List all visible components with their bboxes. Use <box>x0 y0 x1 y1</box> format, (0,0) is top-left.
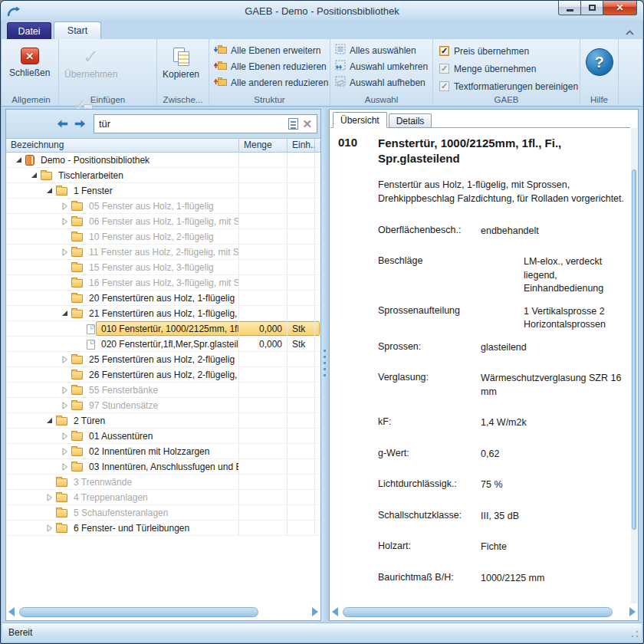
tree-item[interactable]: 05 Fenster aus Holz, 1-flügelig <box>6 199 320 214</box>
expander-icon[interactable] <box>29 172 39 179</box>
tree-item-einheit-cell <box>287 505 314 520</box>
expander-icon[interactable] <box>60 248 70 256</box>
textformatierungen-checkbox-row[interactable]: ✓ Textformatierungen bereinigen <box>433 77 580 95</box>
scroll-left-icon[interactable] <box>8 607 15 616</box>
tree-item[interactable]: 10 Fenster aus Holz, 2-flügelig <box>6 229 320 245</box>
alle-ebenen-reduzieren-button[interactable]: Alle Ebenen reduzieren <box>209 58 330 74</box>
preis-uebernehmen-checkbox-row[interactable]: ✓ Preis übernehmen <box>433 42 580 60</box>
clear-search-icon[interactable]: ✕ <box>302 118 312 130</box>
tree-item[interactable]: 2 Türen <box>6 413 320 429</box>
tree-item-einheit-cell <box>287 275 314 290</box>
tree-item[interactable]: 6 Fenster- und Türleibungen <box>6 521 320 536</box>
tree-item[interactable]: 1 Fenster <box>6 183 320 199</box>
property-row: Lichtdurchlässigk.:75 % <box>378 478 630 492</box>
expander-icon[interactable] <box>60 356 70 363</box>
tree-item[interactable]: 16 Fenster aus Holz, 3-flügelig, mit Spr… <box>6 275 320 291</box>
schliessen-button[interactable]: ✕ Schließen <box>4 42 55 91</box>
minimize-button[interactable] <box>558 1 581 15</box>
expander-icon[interactable] <box>60 310 70 317</box>
menge-uebernehmen-checkbox-row[interactable]: ✓ Menge übernehmen <box>433 60 580 77</box>
scroll-right-icon[interactable] <box>312 607 318 616</box>
tree-item[interactable]: 01 Aussentüren <box>6 429 320 444</box>
search-input[interactable] <box>94 118 288 130</box>
expander-icon[interactable] <box>60 432 70 440</box>
tree-item[interactable]: 11 Fenster aus Holz, 2-flügelig, mit Spr… <box>6 245 320 260</box>
alle-anderen-reduzieren-button[interactable]: Alle anderen reduzieren <box>209 74 330 90</box>
auswahl-aufheben-button[interactable]: Auswahl aufheben <box>330 74 432 90</box>
tree-item[interactable]: 06 Fenster aus Holz, 1-flügelig, mit Spr… <box>6 214 320 229</box>
column-header-einheit[interactable]: Einh... <box>287 139 314 152</box>
help-icon[interactable]: ? <box>586 48 613 76</box>
expander-icon[interactable] <box>60 463 70 471</box>
property-row: Sprossen:glasteilend <box>378 341 630 355</box>
expander-icon[interactable] <box>44 187 54 194</box>
tree-item[interactable]: 010 Fenstertür, 1000/2125mm, 1fl., F...0… <box>6 321 320 337</box>
tree-item-menge-cell <box>238 383 287 397</box>
resize-grip-icon[interactable] <box>629 629 639 639</box>
tree-item[interactable]: 25 Fenstertüren aus Holz, 2-flügelig <box>6 352 320 367</box>
tree-item[interactable]: 020 Fenstertür,1fl,Mer,Spr.glasteil,8...… <box>6 337 320 352</box>
tree-item[interactable]: 97 Stundensätze <box>6 398 320 413</box>
collapse-ribbon-chevron-icon[interactable] <box>625 25 636 33</box>
checkbox-checked-icon[interactable]: ✓ <box>439 46 449 56</box>
tree-item[interactable]: 3 Trennwände <box>6 475 320 490</box>
detail-vertical-scrollbar[interactable] <box>631 128 637 603</box>
scrollbar-thumb[interactable] <box>632 169 636 530</box>
expander-icon[interactable] <box>14 156 24 163</box>
scrollbar-thumb[interactable] <box>19 607 258 617</box>
uebernehmen-button[interactable]: ✓ Übernehmen <box>59 42 123 91</box>
panel-splitter[interactable] <box>321 109 329 621</box>
tree-item-preis-cell <box>314 199 320 213</box>
property-label: Oberflächenbesch.: <box>378 225 481 238</box>
scroll-right-icon[interactable] <box>629 607 636 616</box>
tab-uebersicht[interactable]: Übersicht <box>333 112 387 128</box>
expander-icon[interactable] <box>44 524 54 532</box>
tree-item[interactable]: 21 Fenstertüren aus Holz, 1-flügelig, mi… <box>6 306 320 321</box>
tree-item[interactable]: 02 Innentüren mit Holzzargen <box>6 444 320 459</box>
maximize-button[interactable] <box>580 1 603 15</box>
auswahl-umkehren-button[interactable]: Auswahl umkehren <box>330 58 432 74</box>
folder-icon <box>56 417 67 426</box>
checkbox-checked-disabled-icon[interactable]: ✓ <box>439 64 449 74</box>
tree-item[interactable]: 20 Fenstertüren aus Holz, 1-flügelig <box>6 291 320 306</box>
tab-start[interactable]: Start <box>54 21 101 39</box>
tree-item[interactable]: 26 Fenstertüren aus Holz, 2-flügelig, mi… <box>6 367 320 383</box>
tree-item[interactable]: 4 Treppenanlagen <box>6 490 320 505</box>
tree-item-name-cell: 55 Fensterbänke <box>6 383 238 397</box>
search-forward-icon[interactable] <box>74 117 86 131</box>
expander-icon[interactable] <box>60 402 70 409</box>
tree-item[interactable]: 03 Innentüren, Anschlussfugen und Ei... <box>6 459 320 475</box>
search-options-icon[interactable] <box>288 118 298 130</box>
tab-details[interactable]: Details <box>389 113 432 128</box>
expander-icon[interactable] <box>60 202 70 210</box>
tree-item[interactable]: Tischlerarbeiten <box>6 168 320 183</box>
scroll-left-icon[interactable] <box>332 607 338 616</box>
scrollbar-thumb[interactable] <box>343 607 613 617</box>
column-header-bezeichnung[interactable]: Bezeichnung <box>6 139 238 152</box>
tree-item[interactable]: Demo - Positionsbibliothek <box>6 153 320 168</box>
column-header-preis[interactable]: Pr <box>314 139 320 152</box>
column-header-menge[interactable]: Menge <box>238 139 287 152</box>
tree-item[interactable]: 15 Fenster aus Holz, 3-flügelig <box>6 260 320 275</box>
detail-horizontal-scrollbar[interactable] <box>332 605 636 619</box>
property-row: g-Wert:0,62 <box>378 448 630 462</box>
tree-item-name-cell: 05 Fenster aus Holz, 1-flügelig <box>6 199 238 213</box>
tree-item[interactable]: 5 Schaufensteranlagen <box>6 505 320 521</box>
checkbox-checked-disabled-icon[interactable]: ✓ <box>439 81 449 91</box>
expander-icon[interactable] <box>60 448 70 455</box>
search-back-icon[interactable] <box>57 117 68 131</box>
tree-horizontal-scrollbar[interactable] <box>8 605 318 619</box>
tree-column-header: Bezeichnung Menge Einh... Pr <box>6 139 320 153</box>
expander-icon[interactable] <box>60 218 70 225</box>
close-button[interactable]: ✕ <box>603 1 637 15</box>
tree-item-name-cell: 15 Fenster aus Holz, 3-flügelig <box>6 260 238 274</box>
expander-icon[interactable] <box>44 417 54 424</box>
alle-ebenen-erweitern-button[interactable]: Alle Ebenen erweitern <box>209 42 330 58</box>
tree-item[interactable]: 55 Fensterbänke <box>6 383 320 398</box>
tab-datei[interactable]: Datei <box>7 22 51 39</box>
alles-auswaehlen-button[interactable]: Alles auswählen <box>330 42 432 58</box>
kopieren-button[interactable]: Kopieren <box>157 42 205 91</box>
expander-icon[interactable] <box>60 386 70 394</box>
expander-icon[interactable] <box>44 494 54 501</box>
apply-check-icon: ✓ <box>83 48 100 66</box>
